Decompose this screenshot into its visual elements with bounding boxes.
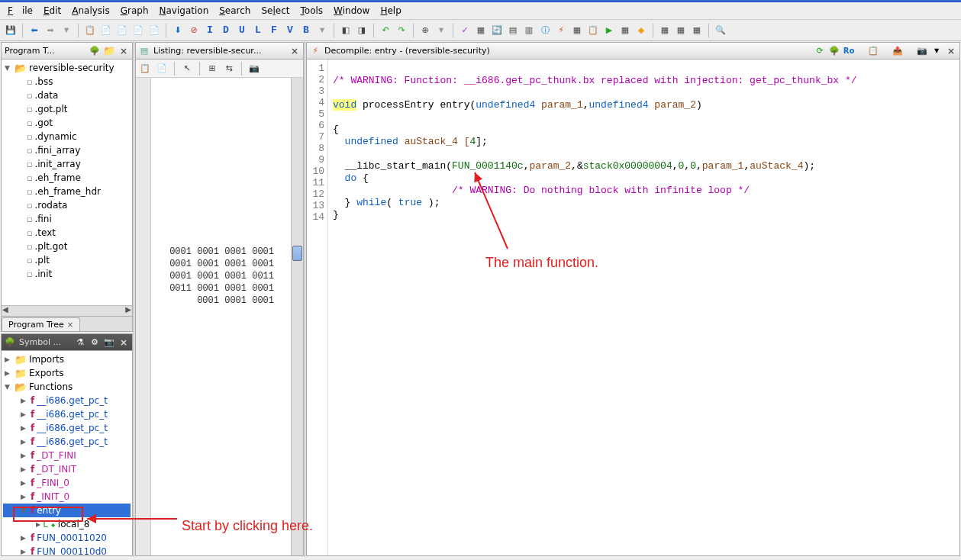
menu-search[interactable]: Search [214,4,255,18]
tool-icon[interactable]: ▦ [618,23,633,38]
fwd-icon[interactable]: ➡ [43,23,58,38]
exports-node[interactable]: ▶📁Exports [3,366,131,380]
menu-navigation[interactable]: Navigation [155,4,214,18]
wand-icon[interactable]: ✓ [457,23,472,38]
tool-icon[interactable]: 📄 [98,23,114,38]
type-l-button[interactable]: L [250,23,266,38]
tree-section[interactable]: ▫.eh_frame_hdr [3,185,131,198]
refresh-icon[interactable]: ⟳ [814,46,825,56]
dropdown-icon[interactable]: ▼ [931,46,942,56]
listing-content[interactable]: 0001 0001 0001 0001 0001 0001 0001 0001 … [151,78,291,555]
copy-icon[interactable]: 📋 [137,61,153,76]
function-node[interactable]: ▶f__i686.get_pc_t [3,394,131,407]
folder-icon[interactable]: 📁 [104,46,114,56]
tool-icon[interactable]: 📄 [131,23,146,38]
tree-section[interactable]: ▫.init [3,267,131,281]
stop-icon[interactable]: ⊘ [186,23,202,38]
function-node[interactable]: ▶f__i686.get_pc_t [3,435,131,449]
dropdown-icon[interactable]: ▼ [59,23,74,38]
function-node[interactable]: ▶f_DT_INIT [3,462,131,476]
filter-icon[interactable]: ⚗ [75,337,85,348]
menu-select[interactable]: Select [256,4,294,18]
tree-section[interactable]: ▫.got.plt [3,102,131,116]
menu-graph[interactable]: Graph [116,4,153,18]
tree-section[interactable]: ▫.plt [3,253,131,267]
tree-section[interactable]: ▫.dynamic [3,130,131,143]
play-icon[interactable]: ▶ [601,23,617,38]
tree-section[interactable]: ▫.eh_frame [3,171,131,185]
function-node[interactable]: ▶f__i686.get_pc_t [3,407,131,421]
tool-icon[interactable]: ◨ [354,23,369,38]
tool-icon[interactable]: ▦ [657,23,672,38]
type-v-button[interactable]: V [282,23,298,38]
tree-section[interactable]: ▫.bss [3,75,131,89]
function-node[interactable]: ▶f__i686.get_pc_t [3,421,131,435]
type-i-button[interactable]: I [202,23,218,38]
tree-section[interactable]: ▫.data [3,89,131,102]
tool-icon[interactable]: ▦ [473,23,489,38]
type-u-button[interactable]: U [234,23,250,38]
type-b-button[interactable]: B [298,23,314,38]
dropdown-icon[interactable]: ▼ [314,23,330,38]
tool-icon[interactable]: ▥ [521,23,537,38]
scrollbar[interactable] [2,305,132,316]
scrollbar[interactable] [291,78,303,555]
refresh-icon[interactable]: 🔄 [489,23,505,38]
close-icon[interactable]: × [67,320,73,329]
paste-icon[interactable]: 📄 [154,61,169,76]
program-tree[interactable]: ▼📂reversible-security ▫.bss▫.data▫.got.p… [2,60,132,282]
function-node[interactable]: ▶fFUN_000110d0 [3,545,131,555]
dropdown-icon[interactable]: ▼ [434,23,449,38]
tree-section[interactable]: ▫.fini [3,212,131,226]
function-node[interactable]: ▶f_DT_FINI [3,449,131,462]
menu-analysis[interactable]: Analysis [67,4,114,18]
imports-node[interactable]: ▶📁Imports [3,352,131,366]
tool-icon[interactable]: ▦ [569,23,585,38]
close-icon[interactable]: × [289,46,300,56]
redo-icon[interactable]: ↷ [394,23,409,38]
function-node[interactable]: ▶f_INIT_0 [3,490,131,504]
tool-icon[interactable]: 📄 [114,23,130,38]
tab-program-tree[interactable]: Program Tree× [2,317,80,331]
down-arrow-icon[interactable]: ⬇ [170,23,185,38]
functions-node[interactable]: ▼📂Functions [3,380,131,394]
cursor-icon[interactable]: ↖ [179,61,195,76]
tree-section[interactable]: ▫.rodata [3,198,131,212]
tree-icon[interactable]: 🌳 [829,46,840,56]
type-d-button[interactable]: D [218,23,234,38]
close-icon[interactable]: × [118,337,129,348]
tree-section[interactable]: ▫.init_array [3,157,131,171]
undo-icon[interactable]: ↶ [378,23,393,38]
save-icon[interactable]: 💾 [3,23,18,38]
tool-icon[interactable]: 📋 [82,23,98,38]
diamond-icon[interactable]: ◆ [634,23,649,38]
close-icon[interactable]: × [946,46,956,56]
help-icon[interactable]: 🔍 [713,23,728,38]
symbol-tree[interactable]: ▶📁Imports ▶📁Exports ▼📂Functions ▶f__i686… [2,351,132,555]
tree-section[interactable]: ▫.fini_array [3,143,131,157]
export-icon[interactable]: 📤 [892,46,903,56]
tool-icon[interactable]: 📄 [147,23,162,38]
tool-icon[interactable]: ⚡ [553,23,569,38]
menu-file[interactable]: File [3,4,37,18]
tree-root[interactable]: ▼📂reversible-security [3,61,131,75]
tool-icon[interactable]: ▦ [689,23,705,38]
copy-icon[interactable]: 📋 [868,46,879,56]
menu-tools[interactable]: Tools [296,4,328,18]
tool-icon[interactable]: ⓘ [537,23,553,38]
field-icon[interactable]: ⊞ [205,61,220,76]
snapshot-icon[interactable]: 📷 [917,46,927,56]
close-icon[interactable]: × [118,46,129,56]
tree-section[interactable]: ▫.got [3,116,131,130]
ro-icon[interactable]: Ro [843,46,854,56]
menu-edit[interactable]: Edit [39,4,66,18]
config-icon[interactable]: ⚙ [89,337,100,348]
tree-section[interactable]: ▫.text [3,226,131,240]
type-f-button[interactable]: F [266,23,282,38]
function-node[interactable]: ▶f_FINI_0 [3,476,131,490]
menu-window[interactable]: Window [329,4,374,18]
diff-icon[interactable]: ⇆ [221,61,237,76]
camera-icon[interactable]: 📷 [104,337,114,348]
back-icon[interactable]: ⬅ [27,23,42,38]
function-node[interactable]: ▶fFUN_00011020 [3,531,131,545]
